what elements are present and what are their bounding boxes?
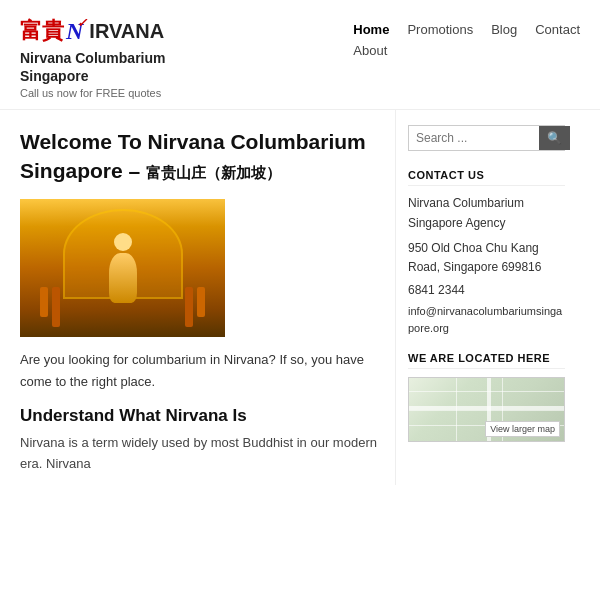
- logo-chinese-text: 富貴: [20, 16, 64, 46]
- nav-row-2: About: [353, 43, 580, 59]
- logo-top: 富貴 N✓ IRVANA: [20, 16, 180, 46]
- search-button[interactable]: 🔍: [539, 126, 570, 150]
- view-larger-map-button[interactable]: View larger map: [485, 421, 560, 437]
- nav-item-promotions[interactable]: Promotions: [407, 22, 473, 37]
- section-text: Nirvana is a term widely used by most Bu…: [20, 433, 379, 475]
- search-input[interactable]: [409, 126, 539, 150]
- contact-section: CONTACT US Nirvana Columbarium Singapore…: [408, 169, 565, 336]
- contact-phone: 6841 2344: [408, 283, 565, 297]
- altar-decoration-right: [185, 287, 205, 327]
- map-section: WE ARE LOCATED HERE View larger map: [408, 352, 565, 442]
- altar-decoration-left: [40, 287, 60, 327]
- page-title: Welcome To Nirvana Columbarium Singapore…: [20, 128, 379, 185]
- nav-item-contact[interactable]: Contact: [535, 22, 580, 37]
- content-area: Welcome To Nirvana Columbarium Singapore…: [0, 110, 395, 484]
- sidebar: 🔍 CONTACT US Nirvana Columbarium Singapo…: [395, 110, 577, 484]
- checkmark-icon: ✓: [77, 16, 87, 31]
- header: 富貴 N✓ IRVANA Nirvana Columbarium Singapo…: [0, 0, 600, 110]
- main-layout: Welcome To Nirvana Columbarium Singapore…: [0, 110, 600, 484]
- logo-text: IRVANA: [89, 20, 164, 43]
- nav: Home Promotions Blog Contact About: [353, 16, 580, 59]
- section-title: Understand What Nirvana Is: [20, 406, 379, 426]
- hero-image: [20, 199, 225, 337]
- map-section-title: WE ARE LOCATED HERE: [408, 352, 565, 369]
- search-container: 🔍: [408, 125, 565, 151]
- nav-row-1: Home Promotions Blog Contact: [353, 22, 580, 37]
- logo-area: 富貴 N✓ IRVANA Nirvana Columbarium Singapo…: [20, 16, 180, 99]
- buddha-figure: [109, 233, 137, 303]
- contact-agency: Nirvana Columbarium Singapore Agency: [408, 194, 565, 232]
- page-title-chinese: 富贵山庄（新加坡）: [146, 164, 281, 181]
- nav-item-home[interactable]: Home: [353, 22, 389, 37]
- logo-n-icon: N✓: [66, 18, 83, 45]
- contact-address: 950 Old Choa Chu Kang Road, Singapore 69…: [408, 239, 565, 277]
- map-placeholder: View larger map: [408, 377, 565, 442]
- contact-email: info@nirvanacolumbariumsingapore.org: [408, 303, 565, 336]
- site-tagline: Call us now for FREE quotes: [20, 87, 180, 99]
- nav-item-about[interactable]: About: [353, 43, 387, 58]
- site-title: Nirvana Columbarium Singapore: [20, 49, 180, 85]
- intro-text: Are you looking for columbarium in Nirva…: [20, 349, 379, 392]
- contact-section-title: CONTACT US: [408, 169, 565, 186]
- nav-item-blog[interactable]: Blog: [491, 22, 517, 37]
